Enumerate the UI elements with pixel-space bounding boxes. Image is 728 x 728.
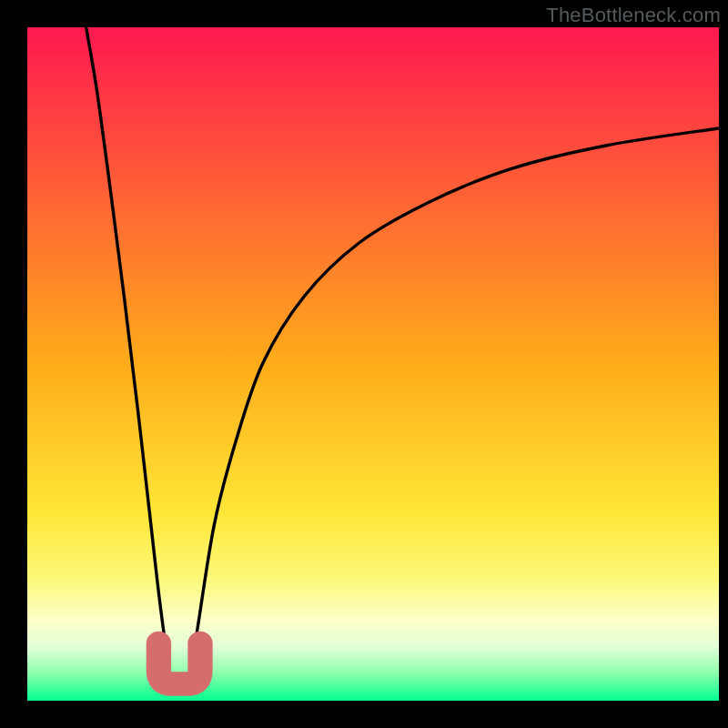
plot-area <box>27 27 719 701</box>
bottom-u-marker <box>158 643 200 683</box>
watermark-text: TheBottleneck.com <box>546 4 721 27</box>
curve-right-branch <box>188 128 719 681</box>
chart-frame: TheBottleneck.com <box>0 0 728 728</box>
curve-left-branch <box>86 27 171 681</box>
curve-layer <box>27 27 719 701</box>
